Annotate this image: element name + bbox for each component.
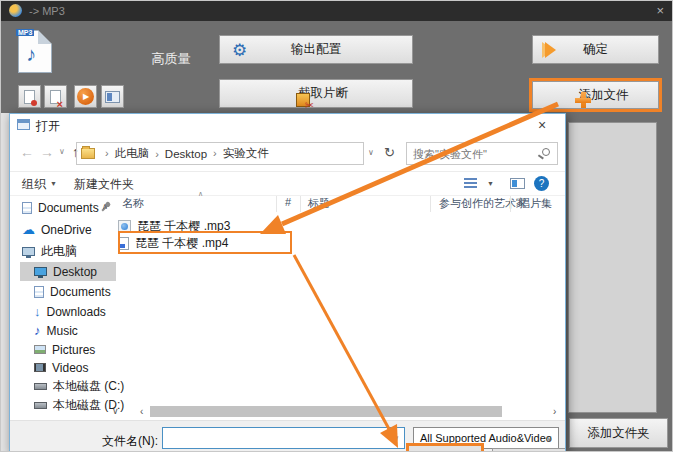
chevron-down-icon: ∨ [546,434,552,443]
column-header-number[interactable]: # [285,196,291,208]
app-close-icon[interactable]: × [656,3,664,18]
sidebar-item-label: 本地磁盘 (C:) [53,378,124,395]
breadcrumb-this-pc[interactable]: 此电脑 [99,146,149,161]
column-divider [276,196,277,212]
collapse-chevron-icon[interactable]: ∧ [102,202,108,211]
view-dropdown-icon[interactable]: ▼ [487,180,494,187]
forward-icon[interactable]: → [40,145,54,159]
cut-segment-button[interactable]: 截取片断 [219,79,413,108]
new-folder-button[interactable]: 新建文件夹 [74,176,134,193]
column-divider [510,196,511,212]
gear-icon: ⚙ [232,41,247,58]
properties-button[interactable] [101,85,124,108]
list-view-icon[interactable] [464,178,477,189]
sidebar-item-videos[interactable]: Videos [10,358,114,377]
clear-list-button[interactable] [44,85,67,108]
sidebar-item-label: Videos [52,361,88,375]
remove-file-button[interactable] [18,85,41,108]
filename-input[interactable] [166,429,386,447]
dialog-title: 打开 [36,118,60,135]
history-chevron-icon[interactable]: ∨ [59,148,65,156]
cloud-icon: ☁ [22,225,35,235]
sort-ascending-icon: ∧ [198,190,203,198]
column-header-artists[interactable]: 参与创作的艺术家 [439,196,527,211]
sidebar-item-label: Desktop [53,265,97,279]
search-box[interactable] [406,142,558,165]
sidebar-scroll-chevron-icon[interactable]: ∨ [112,406,119,416]
converter-app-window: -> MP3 × MP3 ♪ 高质量 ⚙ 输出配置 截取片断 确定 添加文件 ▶… [0,0,673,452]
app-file-list-panel [568,122,657,413]
computer-icon [22,247,35,256]
mp3-badge: MP3 [16,29,34,36]
dialog-titlebar: 打开 × [10,114,565,136]
search-input[interactable] [411,144,533,163]
document-icon [34,286,44,298]
dialog-window-icon [17,119,30,130]
dialog-navbar: ← → ∨ ↑ 此电脑 Desktop 实验文件 ∨ ↻ [10,136,565,172]
breadcrumb-desktop[interactable]: Desktop [149,148,207,160]
help-icon[interactable]: ? [534,176,549,191]
desktop-icon [34,267,47,276]
disk-icon [34,402,47,409]
sidebar-item-this-pc[interactable]: 此电脑 [10,242,114,261]
scroll-right-icon[interactable]: › [553,406,556,417]
sidebar-item-documents[interactable]: Documents [10,282,114,301]
open-file-dialog: 打开 × ← → ∨ ↑ 此电脑 Desktop 实验文件 ∨ ↻ 组织▼ 新建… [9,113,566,452]
play-button[interactable]: ▶ [74,85,97,108]
sidebar-item-downloads[interactable]: ↓ Downloads [10,302,114,321]
cancel-button-partial[interactable] [492,448,566,452]
column-header-title[interactable]: 标题 [308,196,330,211]
sidebar-item-onedrive[interactable]: ☁ OneDrive [10,220,114,239]
organize-menu[interactable]: 组织▼ [22,176,57,193]
sidebar-item-label: Music [47,324,78,338]
play-circle-icon: ▶ [77,88,94,105]
address-bar[interactable]: 此电脑 Desktop 实验文件 [76,142,364,165]
add-file-button[interactable]: 添加文件 [532,81,659,109]
sidebar-item-pictures[interactable]: Pictures [10,340,114,359]
app-titlebar: -> MP3 × [1,1,673,21]
open-button-annotated[interactable] [406,443,484,452]
sidebar-item-label: Pictures [52,343,95,357]
arrow-right-icon [545,42,556,58]
download-icon: ↓ [34,306,41,317]
sidebar-item-disk-d[interactable]: 本地磁盘 (D:) [10,396,114,415]
add-folder-button[interactable]: 添加文件夹 [569,418,668,448]
disk-icon [34,383,47,390]
organize-label: 组织 [22,177,46,191]
plus-icon [575,92,591,108]
confirm-button[interactable]: 确定 [532,35,659,64]
scroll-left-icon[interactable]: ‹ [140,406,143,417]
back-icon[interactable]: ← [20,145,34,159]
column-header-name[interactable]: 名称 [122,196,144,211]
annotation-highlight-box [118,231,292,254]
address-dropdown-icon[interactable]: ∨ [368,149,374,157]
scrollbar-thumb[interactable] [150,406,502,417]
chevron-down-icon: ▼ [50,180,57,187]
sidebar-item-label: OneDrive [41,223,92,237]
output-config-label: 输出配置 [291,41,341,58]
refresh-icon[interactable]: ↻ [384,146,395,159]
sidebar-item-desktop[interactable]: Desktop [20,262,116,281]
sidebar-item-label: Documents [38,201,99,215]
horizontal-scrollbar[interactable] [150,406,502,417]
app-title: -> MP3 [29,5,65,17]
quality-label: 高质量 [131,50,211,68]
sidebar-item-disk-c[interactable]: 本地磁盘 (C:) [10,377,114,396]
sidebar-item-documents-pinned[interactable]: Documents [10,198,114,217]
filename-dropdown-icon[interactable]: ∨ [393,434,399,443]
breadcrumb-folder[interactable]: 实验文件 [207,146,269,161]
add-folder-label: 添加文件夹 [587,425,650,442]
column-header-album[interactable]: 唱片集 [519,196,552,211]
folder-icon [81,148,95,159]
scissors-icon [296,93,310,107]
output-config-button[interactable]: ⚙ 输出配置 [219,35,413,64]
panel-left-sliver [1,113,9,452]
column-divider [430,196,431,212]
app-icon [9,4,22,17]
preview-pane-icon[interactable] [510,178,525,189]
dialog-close-icon[interactable]: × [538,117,546,133]
file-delete-icon [50,90,61,104]
sidebar-item-label: Documents [50,285,111,299]
document-icon [22,202,32,214]
sidebar-item-music[interactable]: ♪ Music [10,321,114,340]
